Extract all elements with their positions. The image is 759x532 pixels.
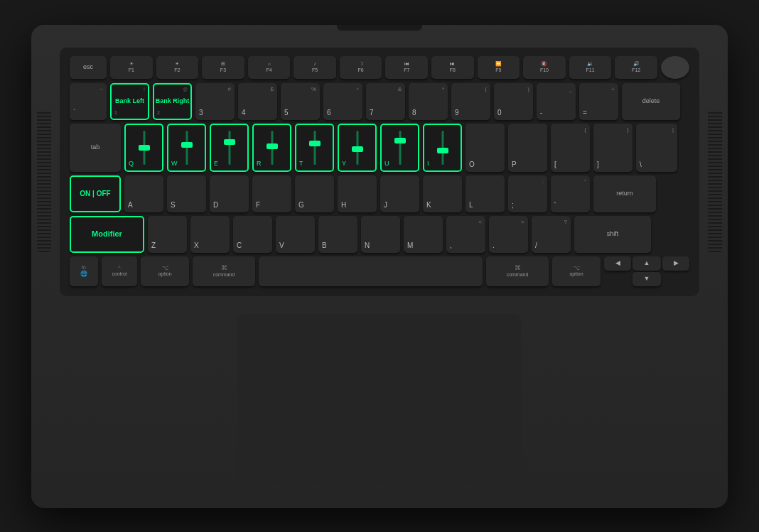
key-control[interactable]: ^ control bbox=[102, 256, 137, 286]
key-i-fader[interactable]: I bbox=[423, 124, 462, 172]
key-esc[interactable]: esc bbox=[70, 56, 107, 79]
key-quote[interactable]: " ' bbox=[551, 175, 590, 212]
a-label: A bbox=[128, 201, 133, 210]
key-arrow-right[interactable]: ▶ bbox=[662, 256, 689, 271]
control-label: control bbox=[112, 271, 126, 277]
key-f1[interactable]: ☀ F1 bbox=[110, 56, 153, 79]
key-h[interactable]: H bbox=[338, 175, 377, 212]
key3-top: # bbox=[228, 86, 231, 93]
key-b[interactable]: B bbox=[318, 216, 357, 253]
key-p[interactable]: P bbox=[508, 124, 547, 172]
fn-row: esc ☀ F1 ☀ F2 ⊞ F3 ⌕ F4 ♪ F5 bbox=[70, 56, 689, 79]
key-option-right[interactable]: ⌥ option bbox=[552, 256, 601, 286]
key8-bottom: 8 bbox=[412, 109, 416, 117]
key-bank-left[interactable]: ! 1 Bank Left bbox=[110, 83, 149, 120]
key-e-fader[interactable]: E bbox=[210, 124, 249, 172]
key-arrow-down[interactable]: ▼ bbox=[632, 272, 661, 286]
key-bank-right[interactable]: @ 2 Bank Right bbox=[153, 83, 192, 120]
w-fader-track bbox=[185, 131, 188, 165]
keyboard-container: esc ☀ F1 ☀ F2 ⊞ F3 ⌕ F4 ♪ F5 bbox=[60, 48, 699, 296]
key-f9[interactable]: ⏩ F9 bbox=[478, 56, 520, 79]
f4-label: F4 bbox=[266, 67, 271, 73]
key-command-right[interactable]: ⌘ command bbox=[486, 256, 549, 286]
key-minus[interactable]: _ - bbox=[537, 83, 576, 120]
key-3[interactable]: # 3 bbox=[195, 83, 235, 120]
key-backslash[interactable]: | \ bbox=[636, 124, 677, 172]
key-z[interactable]: Z bbox=[148, 216, 187, 253]
s-label: S bbox=[171, 201, 176, 210]
key-4[interactable]: $ 4 bbox=[238, 83, 277, 120]
key-shift-right[interactable]: shift bbox=[574, 216, 651, 253]
key-f[interactable]: F bbox=[252, 175, 291, 212]
key-l[interactable]: L bbox=[465, 175, 505, 212]
trackpad[interactable] bbox=[237, 314, 522, 484]
key5-bottom: 5 bbox=[284, 109, 289, 117]
key-f7[interactable]: ⏮ F7 bbox=[385, 56, 428, 79]
key-u-fader[interactable]: U bbox=[380, 124, 419, 172]
key-bracket-left[interactable]: { [ bbox=[551, 124, 590, 172]
r-fader-handle bbox=[267, 143, 278, 149]
key-equals[interactable]: + = bbox=[579, 83, 618, 120]
key-j[interactable]: J bbox=[380, 175, 419, 212]
key-t-fader[interactable]: T bbox=[295, 124, 334, 172]
key-x[interactable]: X bbox=[190, 216, 230, 253]
key-f10[interactable]: 🔇 F10 bbox=[523, 56, 566, 79]
key-c[interactable]: C bbox=[233, 216, 272, 253]
key-tilde[interactable]: ~ ` bbox=[70, 83, 107, 120]
key-5[interactable]: % 5 bbox=[281, 83, 320, 120]
key-f11[interactable]: 🔉 F11 bbox=[569, 56, 612, 79]
key-comma[interactable]: < , bbox=[446, 216, 485, 253]
key-f2[interactable]: ☀ F2 bbox=[156, 56, 199, 79]
key-7[interactable]: & 7 bbox=[366, 83, 405, 120]
key-6[interactable]: ^ 6 bbox=[323, 83, 362, 120]
key-s[interactable]: S bbox=[167, 175, 206, 212]
key-f5[interactable]: ♪ F5 bbox=[294, 56, 336, 79]
key-power[interactable] bbox=[661, 56, 689, 79]
key4-bottom: 4 bbox=[242, 109, 246, 117]
key-return[interactable]: return bbox=[593, 175, 656, 212]
key-9[interactable]: ( 9 bbox=[451, 83, 490, 120]
key-arrow-left[interactable]: ◀ bbox=[604, 256, 631, 271]
key-m[interactable]: M bbox=[404, 216, 443, 253]
h-label: H bbox=[341, 201, 346, 210]
t-fader-track bbox=[313, 131, 316, 165]
key-g[interactable]: G bbox=[295, 175, 334, 212]
speaker-right bbox=[708, 110, 722, 252]
key-semicolon[interactable]: : ; bbox=[508, 175, 547, 212]
key-option-left[interactable]: ⌥ option bbox=[141, 256, 189, 286]
f12-label: F12 bbox=[632, 67, 640, 73]
m-label: M bbox=[407, 241, 413, 250]
key-modifier[interactable]: Modifier bbox=[70, 216, 144, 253]
key-command-left[interactable]: ⌘ command bbox=[193, 256, 255, 286]
key-y-fader[interactable]: Y bbox=[338, 124, 377, 172]
key-v[interactable]: V bbox=[276, 216, 315, 253]
key-onoff[interactable]: ON | OFF bbox=[70, 175, 121, 212]
key-d[interactable]: D bbox=[210, 175, 249, 212]
key-k[interactable]: K bbox=[423, 175, 462, 212]
key0-bottom: 0 bbox=[497, 109, 502, 117]
key-f6[interactable]: ☽ F6 bbox=[340, 56, 382, 79]
key-arrow-up[interactable]: ▲ bbox=[632, 256, 661, 271]
key-r-fader[interactable]: R bbox=[252, 124, 291, 172]
q-fader-handle bbox=[139, 145, 150, 151]
key-w-fader[interactable]: W bbox=[167, 124, 206, 172]
key-period[interactable]: > . bbox=[489, 216, 528, 253]
key-space[interactable] bbox=[259, 256, 483, 286]
key-bracket-right[interactable]: } ] bbox=[593, 124, 632, 172]
key-q-fader[interactable]: Q bbox=[124, 124, 163, 172]
key-o[interactable]: O bbox=[465, 124, 505, 172]
key-n[interactable]: N bbox=[361, 216, 400, 253]
key-f12[interactable]: 🔊 F12 bbox=[615, 56, 657, 79]
key-8[interactable]: * 8 bbox=[409, 83, 448, 120]
key-a[interactable]: A bbox=[124, 175, 163, 212]
key-f3[interactable]: ⊞ F3 bbox=[202, 56, 244, 79]
key-fn[interactable]: fn 🌐 bbox=[70, 256, 98, 286]
key-0[interactable]: ) 0 bbox=[494, 83, 533, 120]
key-slash[interactable]: ? / bbox=[532, 216, 571, 253]
key-f8[interactable]: ⏭ F8 bbox=[431, 56, 474, 79]
f7-icon: ⏮ bbox=[404, 61, 409, 67]
key-delete[interactable]: delete bbox=[622, 83, 680, 120]
k-label: K bbox=[426, 201, 431, 210]
key-tab[interactable]: tab bbox=[70, 124, 121, 172]
key-f4[interactable]: ⌕ F4 bbox=[248, 56, 291, 79]
